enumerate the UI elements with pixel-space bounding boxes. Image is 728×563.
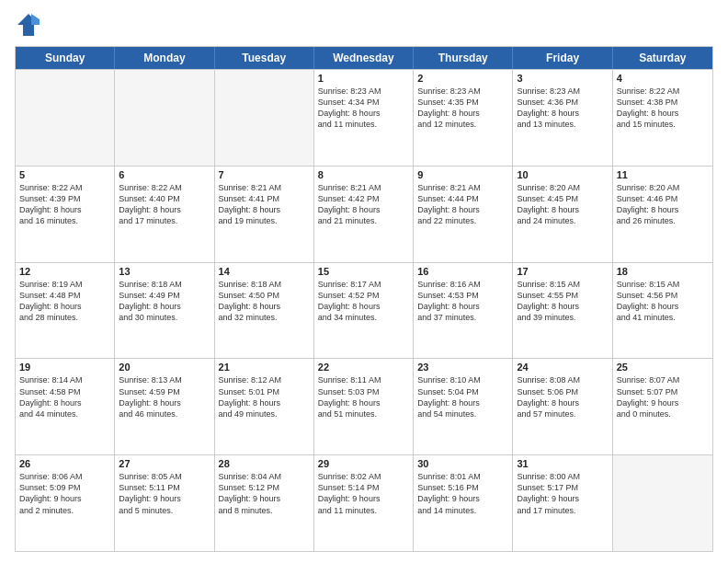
day-number: 30 [417,458,508,469]
cell-line: and 37 minutes. [417,312,508,323]
cell-line: Sunrise: 8:21 AM [219,182,310,193]
day-number: 20 [119,362,210,373]
cell-line: Daylight: 8 hours [517,397,608,408]
cell-line: and 15 minutes. [617,119,709,130]
cell-line: Daylight: 8 hours [219,301,310,312]
cell-line: Sunrise: 8:01 AM [417,471,508,482]
cell-line: and 30 minutes. [119,312,210,323]
cell-line: and 16 minutes. [19,215,110,226]
cell-line: Sunset: 5:09 PM [19,482,110,493]
cal-cell: 8Sunrise: 8:21 AMSunset: 4:42 PMDaylight… [314,167,414,262]
cal-cell: 25Sunrise: 8:07 AMSunset: 5:07 PMDayligh… [613,359,712,454]
calendar-row-0: 1Sunrise: 8:23 AMSunset: 4:34 PMDaylight… [16,69,712,166]
cell-line: Sunset: 4:34 PM [318,97,409,108]
day-number: 10 [517,169,608,180]
day-number: 4 [617,73,709,84]
cell-line: Sunrise: 8:22 AM [617,86,709,97]
cell-line: Sunset: 5:14 PM [318,482,409,493]
cell-line: and 21 minutes. [318,215,409,226]
cell-line: Sunrise: 8:23 AM [318,86,409,97]
day-number: 14 [219,266,310,277]
cell-line: Sunrise: 8:12 AM [219,374,310,385]
day-number: 24 [517,362,608,373]
cell-line: Daylight: 8 hours [517,204,608,215]
cell-line: Sunset: 4:48 PM [19,290,110,301]
cal-cell: 17Sunrise: 8:15 AMSunset: 4:55 PMDayligh… [513,263,612,359]
day-number: 5 [19,169,110,180]
cell-line: Sunrise: 8:20 AM [617,182,709,193]
cell-line: and 11 minutes. [318,505,409,516]
day-number: 7 [219,169,310,180]
cell-line: Sunset: 4:35 PM [417,97,508,108]
cal-cell: 28Sunrise: 8:04 AMSunset: 5:12 PMDayligh… [215,455,314,551]
day-number: 31 [517,458,608,469]
cal-cell: 2Sunrise: 8:23 AMSunset: 4:35 PMDaylight… [414,70,513,166]
cell-line: Sunset: 4:49 PM [119,290,210,301]
cal-cell [16,70,115,166]
cell-line: and 54 minutes. [417,408,508,419]
cell-line: and 13 minutes. [517,119,608,130]
cell-line: Sunset: 4:56 PM [617,290,709,301]
cell-line: Sunset: 5:16 PM [417,482,508,493]
cell-line: and 28 minutes. [19,312,110,323]
cell-line: Sunset: 4:58 PM [19,386,110,397]
cal-cell: 15Sunrise: 8:17 AMSunset: 4:52 PMDayligh… [314,263,414,359]
cell-line: Sunrise: 8:23 AM [517,86,608,97]
day-number: 8 [318,169,409,180]
cell-line: and 0 minutes. [617,408,709,419]
day-number: 28 [219,458,310,469]
day-number: 12 [19,266,110,277]
day-number: 2 [417,73,508,84]
cal-cell: 23Sunrise: 8:10 AMSunset: 5:04 PMDayligh… [414,359,513,454]
cell-line: Sunset: 4:52 PM [318,290,409,301]
cal-cell: 11Sunrise: 8:20 AMSunset: 4:46 PMDayligh… [613,167,712,262]
cell-line: Daylight: 8 hours [119,397,210,408]
cal-cell: 12Sunrise: 8:19 AMSunset: 4:48 PMDayligh… [16,263,115,359]
cell-line: Sunset: 5:01 PM [219,386,310,397]
cell-line: Sunrise: 8:18 AM [219,279,310,290]
day-number: 6 [119,169,210,180]
cell-line: Daylight: 8 hours [19,204,110,215]
cell-line: Sunset: 4:59 PM [119,386,210,397]
cell-line: Sunrise: 8:17 AM [318,279,409,290]
cell-line: Sunrise: 8:02 AM [318,471,409,482]
day-number: 26 [19,458,110,469]
cell-line: and 17 minutes. [119,215,210,226]
cell-line: Sunset: 4:39 PM [19,193,110,204]
cell-line: and 51 minutes. [318,408,409,419]
cell-line: Sunrise: 8:21 AM [318,182,409,193]
header-day-saturday: Saturday [613,47,712,69]
cell-line: Sunset: 5:03 PM [318,386,409,397]
day-number: 18 [617,266,709,277]
cell-line: Daylight: 9 hours [119,493,210,504]
cell-line: Sunrise: 8:19 AM [19,279,110,290]
cell-line: and 49 minutes. [219,408,310,419]
cell-line: Daylight: 8 hours [617,204,709,215]
cell-line: and 14 minutes. [417,505,508,516]
cell-line: and 32 minutes. [219,312,310,323]
cal-cell [215,70,314,166]
cell-line: Daylight: 8 hours [119,204,210,215]
cal-cell: 30Sunrise: 8:01 AMSunset: 5:16 PMDayligh… [414,455,513,551]
header [15,11,713,39]
cal-cell [613,455,712,551]
cell-line: Daylight: 8 hours [517,301,608,312]
cell-line: Daylight: 8 hours [19,301,110,312]
cal-cell [115,70,214,166]
cal-cell: 31Sunrise: 8:00 AMSunset: 5:17 PMDayligh… [513,455,612,551]
day-number: 23 [417,362,508,373]
cell-line: Sunset: 4:36 PM [517,97,608,108]
cell-line: Sunset: 4:40 PM [119,193,210,204]
cal-cell: 7Sunrise: 8:21 AMSunset: 4:41 PMDaylight… [215,167,314,262]
cell-line: and 26 minutes. [617,215,709,226]
cell-line: Sunset: 4:50 PM [219,290,310,301]
cell-line: Daylight: 8 hours [19,397,110,408]
day-number: 19 [19,362,110,373]
cell-line: Sunset: 5:06 PM [517,386,608,397]
day-number: 21 [219,362,310,373]
cell-line: Daylight: 9 hours [318,493,409,504]
cell-line: Sunset: 5:04 PM [417,386,508,397]
cell-line: Sunrise: 8:21 AM [417,182,508,193]
cal-cell: 26Sunrise: 8:06 AMSunset: 5:09 PMDayligh… [16,455,115,551]
logo-icon [15,11,42,39]
